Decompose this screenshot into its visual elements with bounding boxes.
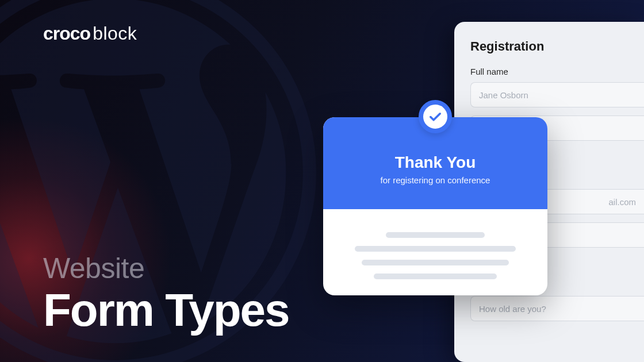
placeholder-line	[355, 246, 516, 252]
fullname-input[interactable]: Jane Osborn	[470, 82, 644, 107]
fullname-label: Full name	[470, 67, 644, 76]
brand-part1: croco	[43, 23, 90, 44]
title-line1: Website	[43, 252, 289, 285]
main-title-block: Website Form Types	[43, 252, 289, 333]
age-input[interactable]: How old are you?	[470, 296, 644, 321]
thank-you-body	[323, 209, 547, 279]
thank-you-card: Thank You for registering on conference	[323, 117, 547, 295]
thank-you-title: Thank You	[395, 153, 476, 172]
check-icon	[427, 109, 443, 125]
thank-you-subtitle: for registering on conference	[381, 175, 490, 185]
registration-heading: Registration	[470, 39, 644, 54]
placeholder-line	[374, 274, 497, 279]
title-line2: Form Types	[43, 287, 289, 333]
check-icon-badge	[419, 100, 452, 133]
brand-logo: crocoblock	[43, 23, 137, 44]
placeholder-line	[362, 260, 509, 265]
placeholder-line	[386, 232, 485, 238]
brand-part2: block	[93, 23, 137, 44]
